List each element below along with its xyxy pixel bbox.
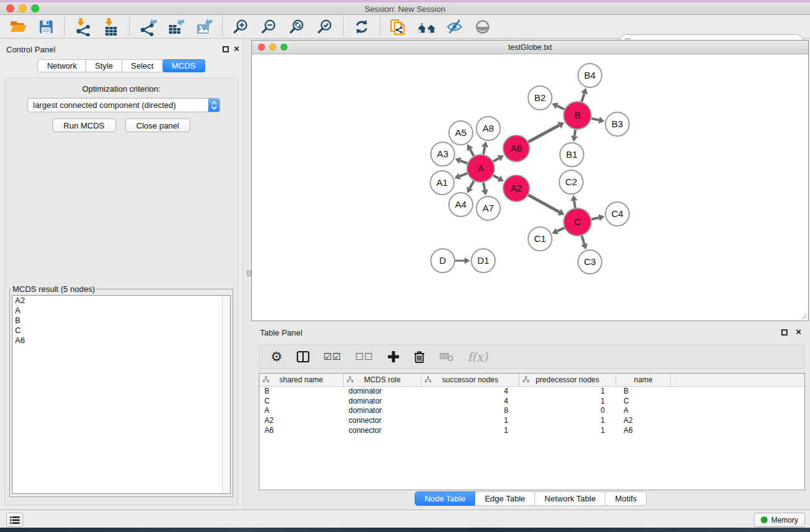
graph-node-C4[interactable]: C4 [605,202,629,226]
resize-grip-icon[interactable] [799,311,808,320]
export-image-button[interactable] [194,17,214,37]
window-list-button[interactable] [6,513,23,527]
scrollbar-track[interactable] [222,296,230,493]
graph-edge-B-B2[interactable] [552,103,564,110]
tab-edge-table[interactable]: Edge Table [475,491,535,506]
memory-button[interactable]: Memory [754,513,805,527]
vertical-split-grip[interactable] [247,271,251,276]
graph-node-C[interactable]: C [564,208,591,236]
tab-network-table[interactable]: Network Table [535,491,605,506]
table-cell[interactable]: 1 [422,426,519,436]
table-cell[interactable]: 4 [422,387,519,397]
table-cell[interactable]: C [616,397,671,407]
table-cell[interactable]: connector [344,416,422,426]
table-cell[interactable]: 1 [519,426,616,436]
table-cell[interactable]: dominator [344,387,422,397]
tab-network[interactable]: Network [37,59,86,72]
mcds-result-item[interactable]: C [12,326,230,336]
float-panel-icon[interactable] [223,46,229,52]
graph-node-A6[interactable]: A6 [503,135,529,162]
column-header-successor-nodes[interactable]: successor nodes [422,374,519,386]
tab-node-table[interactable]: Node Table [415,491,476,506]
table-cell[interactable]: A2 [259,416,344,426]
table-cell[interactable]: A6 [259,426,344,436]
table-cell[interactable]: dominator [344,397,422,407]
zoom-fit-button[interactable] [287,17,307,37]
table-cell[interactable]: 1 [519,387,616,397]
table-row[interactable]: Adominator80A [259,406,804,416]
deselect-all-button[interactable]: ☐☐ [355,349,374,365]
graph-node-B[interactable]: B [564,102,591,129]
network-canvas[interactable]: AA1A2A3A4A5A6A7A8BB1B2B3B4CC1C2C3C4DD1 [252,54,808,321]
import-table-button[interactable] [101,17,121,37]
table-cell[interactable]: 1 [519,397,616,407]
mcds-result-item[interactable]: A6 [12,336,230,346]
table-cell[interactable]: 8 [422,406,519,416]
zoom-out-button[interactable] [259,17,279,37]
graph-node-A1[interactable]: A1 [430,171,454,195]
table-mode-button[interactable]: ⚙ [271,349,282,365]
table-cell[interactable]: 0 [519,406,616,416]
graph-node-B4[interactable]: B4 [578,64,602,87]
mcds-result-list[interactable]: A2ABCA6 [12,295,231,494]
graph-edge-C-C3[interactable] [581,236,588,249]
table-cell[interactable]: connector [344,426,422,436]
graph-node-A[interactable]: A [467,155,494,182]
tab-mcds[interactable]: MCDS [163,59,205,72]
graph-edge-C-C1[interactable] [552,228,564,234]
graph-node-A5[interactable]: A5 [449,121,473,145]
table-cell[interactable]: B [616,387,671,397]
select-all-button[interactable]: ☑☑ [324,349,342,365]
export-table-button[interactable] [166,17,186,37]
zoom-selected-button[interactable] [315,17,335,37]
show-column-panel-button[interactable] [296,349,310,365]
graph-node-A2[interactable]: A2 [503,175,529,201]
graph-node-A4[interactable]: A4 [449,193,473,216]
graph-edge-A2-C[interactable] [528,195,564,216]
graph-node-D1[interactable]: D1 [471,249,495,273]
column-header-name[interactable]: name [616,374,671,386]
graph-edge-A-A8[interactable] [481,142,488,155]
mcds-result-item[interactable]: A [12,306,230,316]
table-cell[interactable]: 1 [519,416,616,426]
graph-node-B3[interactable]: B3 [605,112,629,136]
graph-edge-A-A1[interactable] [455,173,468,180]
network-window-titlebar[interactable]: testGlobe.txt [252,41,808,54]
tab-select[interactable]: Select [122,59,163,72]
graph-node-A3[interactable]: A3 [431,142,455,166]
hide-graphics-details-button[interactable] [445,17,465,37]
graph-edge-A-A3[interactable] [455,157,468,163]
graph-edge-A-A4[interactable] [467,181,474,193]
mcds-result-item[interactable]: B [12,316,230,326]
graph-node-B2[interactable]: B2 [528,86,552,110]
graph-edge-A6-B[interactable] [528,122,564,142]
table-cell[interactable]: 1 [422,416,519,426]
apply-function-button[interactable]: f(x) [468,349,488,365]
table-cell[interactable]: B [259,387,344,397]
graph-edge-A-A6[interactable] [493,155,504,162]
float-table-panel-icon[interactable] [781,329,788,336]
graph-edge-A-A5[interactable] [467,144,474,156]
graph-edge-C-C4[interactable] [592,214,605,221]
table-cell[interactable]: C [259,397,344,407]
tab-motifs[interactable]: Motifs [605,491,647,506]
new-column-button[interactable] [387,349,400,365]
table-cell[interactable]: dominator [344,406,422,416]
delete-table-button[interactable] [439,349,454,365]
graph-node-A8[interactable]: A8 [476,117,500,140]
close-panel-button[interactable]: Close panel [125,118,191,132]
open-file-button[interactable] [8,17,28,37]
mcds-result-item[interactable]: A2 [12,296,230,306]
graph-node-A7[interactable]: A7 [476,196,500,220]
zoom-in-button[interactable] [231,17,251,37]
graph-edge-A-A7[interactable] [481,183,488,196]
network-from-file-button[interactable] [388,17,408,37]
save-session-button[interactable] [36,17,56,37]
run-mcds-button[interactable]: Run MCDS [52,118,116,132]
column-header-predecessor-nodes[interactable]: predecessor nodes [519,374,616,386]
graph-edge-B-B4[interactable] [581,88,588,102]
graph-node-B1[interactable]: B1 [560,143,584,167]
graph-edge-D-D1[interactable] [455,258,470,264]
graph-node-C3[interactable]: C3 [578,250,602,274]
graph-edge-B-B3[interactable] [591,117,604,123]
